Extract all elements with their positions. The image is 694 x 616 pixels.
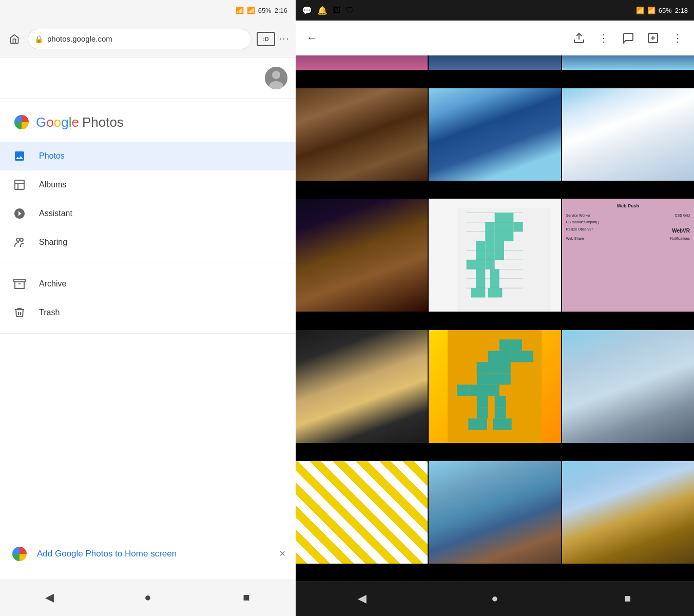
nav-item-sharing[interactable]: Sharing — [0, 228, 296, 257]
svg-rect-36 — [471, 288, 486, 297]
tab-switcher-button[interactable]: :D — [257, 32, 275, 46]
browser-menu-button[interactable]: ⋮ — [278, 34, 291, 44]
svg-rect-70 — [493, 418, 512, 430]
photo-glass-building[interactable] — [562, 330, 694, 443]
add-to-home-banner: Add Google Photos to Home screen × — [0, 528, 296, 579]
svg-rect-32 — [476, 270, 485, 279]
url-text: photos.google.com — [47, 34, 112, 43]
more-options-icon[interactable]: ⋮ — [593, 28, 614, 48]
add-photos-icon-button[interactable] — [643, 28, 663, 48]
nav-menu: Photos Albums Assistant — [0, 142, 296, 528]
right-wifi-icon: 📶 — [647, 7, 656, 14]
svg-rect-17 — [495, 222, 504, 232]
svg-rect-63 — [477, 384, 488, 396]
photo-white-cars[interactable] — [562, 88, 694, 181]
photo-steak-dinner[interactable] — [296, 199, 428, 312]
archive-nav-label: Archive — [39, 279, 66, 288]
wifi-icon: 📶 — [247, 7, 255, 14]
share-icon-button[interactable] — [618, 28, 639, 48]
nav-item-archive[interactable]: Archive — [0, 270, 296, 298]
web-tech-item-1: CSS Grid — [674, 213, 690, 219]
photo-partial-1[interactable] — [296, 55, 428, 70]
photo-beer-food[interactable] — [562, 461, 694, 564]
left-status-bar: 📶 📶 65% 2:16 — [0, 0, 296, 21]
right-status-apps: 💬 🔔 🖼 🛡 — [302, 6, 354, 15]
vpn-icon: 🛡 — [346, 6, 354, 15]
address-bar[interactable]: 🔒 photos.google.com — [28, 29, 252, 49]
assistant-nav-icon — [12, 206, 27, 221]
nav-item-photos[interactable]: Photos — [0, 142, 296, 170]
svg-rect-30 — [476, 260, 485, 269]
close-banner-button[interactable]: × — [279, 548, 285, 560]
trash-nav-label: Trash — [39, 308, 60, 317]
back-icon-button[interactable]: ← — [302, 28, 322, 48]
svg-rect-69 — [469, 418, 488, 430]
svg-point-6 — [20, 238, 23, 241]
avatar[interactable] — [265, 67, 287, 89]
left-panel: 📶 📶 65% 2:16 🔒 photos.google.com :D ⋮ — [0, 0, 296, 616]
time-display: 2:16 — [275, 7, 287, 14]
nav-item-trash[interactable]: Trash — [0, 298, 296, 327]
sharing-nav-icon — [12, 235, 27, 249]
photo-outdoor-crowd[interactable] — [429, 461, 561, 564]
svg-rect-65 — [477, 396, 488, 407]
right-panel: 💬 🔔 🖼 🛡 📶 📶 65% 2:18 ← ⋮ — [296, 0, 694, 616]
svg-point-5 — [16, 238, 20, 241]
photo-pixel-dino-white[interactable] — [429, 199, 561, 312]
photo-cocktail[interactable] — [296, 330, 428, 443]
photo-partial-3[interactable] — [562, 55, 694, 70]
svg-rect-14 — [495, 213, 504, 222]
svg-rect-16 — [486, 222, 495, 232]
web-tech-item-2: ES modules import() — [566, 220, 599, 224]
nav-item-assistant[interactable]: Assistant — [0, 199, 296, 228]
left-bottom-nav: ◀ ● ■ — [0, 579, 296, 616]
photo-blue-trucks[interactable] — [429, 88, 561, 181]
svg-rect-68 — [495, 407, 506, 418]
photo-food-dinner[interactable] — [296, 88, 428, 181]
svg-rect-15 — [504, 213, 513, 222]
svg-point-1 — [272, 71, 280, 79]
right-battery-text: 65% — [659, 7, 672, 14]
web-tech-item-3: Resize Observer — [566, 227, 593, 235]
svg-rect-52 — [511, 351, 522, 362]
right-recents-button[interactable]: ■ — [615, 586, 641, 611]
notification-icon: 🔔 — [317, 6, 327, 15]
right-home-button[interactable]: ● — [482, 586, 508, 611]
nav-divider — [0, 263, 296, 263]
svg-rect-27 — [486, 251, 495, 260]
photo-partial-2[interactable] — [429, 55, 561, 70]
nav-divider-2 — [0, 333, 296, 334]
svg-rect-58 — [477, 373, 488, 384]
home-icon[interactable] — [6, 31, 23, 47]
photo-yellow-stripes[interactable] — [296, 461, 428, 564]
svg-rect-7 — [14, 279, 25, 282]
pinwheel-banner-icon — [10, 545, 29, 563]
home-button[interactable]: ● — [135, 585, 161, 610]
media-icon: 🖼 — [333, 6, 341, 15]
svg-rect-29 — [467, 260, 476, 269]
svg-rect-61 — [457, 384, 469, 396]
albums-nav-icon — [12, 178, 27, 192]
svg-rect-28 — [495, 251, 504, 260]
upload-icon-button[interactable] — [569, 28, 589, 48]
svg-rect-34 — [476, 279, 485, 288]
svg-rect-51 — [499, 351, 511, 362]
svg-rect-19 — [514, 222, 523, 232]
web-tech-item-4: WebVR — [672, 227, 690, 235]
nav-item-albums[interactable]: Albums — [0, 170, 296, 199]
photo-pixel-dino-yellow[interactable] — [429, 330, 561, 443]
drawer-header — [0, 57, 296, 99]
archive-nav-icon — [12, 277, 27, 291]
recents-button[interactable]: ■ — [234, 585, 259, 610]
banner-text[interactable]: Add Google Photos to Home screen — [37, 549, 271, 559]
svg-rect-50 — [488, 351, 499, 362]
sharing-nav-label: Sharing — [39, 238, 67, 247]
photos-nav-label: Photos — [39, 151, 65, 161]
svg-rect-24 — [486, 241, 495, 251]
right-back-button[interactable]: ◀ — [349, 586, 375, 611]
back-button[interactable]: ◀ — [36, 585, 62, 610]
svg-rect-59 — [488, 373, 499, 384]
battery-text: 65% — [258, 7, 272, 14]
right-menu-icon[interactable]: ⋮ — [667, 28, 688, 48]
photo-web-tech-slide[interactable]: Web Push Service Worker CSS Grid ES modu… — [562, 199, 694, 312]
